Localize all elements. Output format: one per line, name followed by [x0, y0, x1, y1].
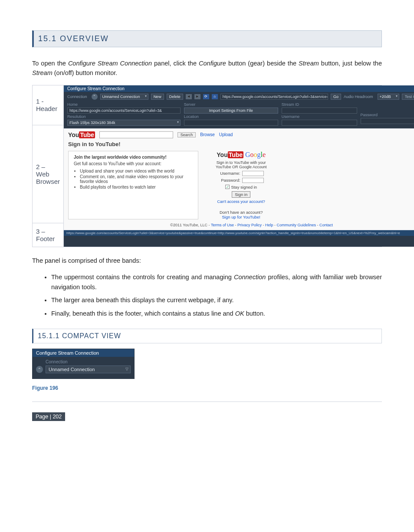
section-heading: 15.1 OVERVIEW	[32, 30, 382, 47]
nav-forward-icon[interactable]: ►	[194, 94, 200, 99]
after-panel-paragraph: The panel is comprised of three bands:	[32, 256, 382, 265]
g-letter: o	[250, 151, 254, 158]
checkbox-icon[interactable]: ✓	[225, 185, 230, 189]
expand-toggle-icon[interactable]: ⌃	[36, 366, 43, 373]
text: button.	[244, 310, 265, 317]
text: ©2011 YouTube, LLC -	[170, 223, 211, 227]
location-label: Location	[184, 114, 278, 119]
signin-body: Join the largest worldwide video communi…	[68, 151, 414, 219]
collapse-toggle-icon[interactable]: ⌃	[92, 94, 98, 100]
status-line: https://www.google.com/accounts/ServiceL…	[64, 230, 414, 236]
cant-access-link[interactable]: Can't access your account?	[217, 199, 265, 204]
text: Sign in to YouTube with your	[217, 160, 266, 165]
nav-home-icon[interactable]: ⌂	[212, 94, 218, 99]
panel-figure: 1 - Header 2 – Web Browser 3 – Footer Co…	[32, 85, 382, 247]
youtube-logo: YouTube	[217, 151, 243, 158]
username-label: Username	[282, 114, 357, 119]
browse-link[interactable]: Browse	[200, 132, 214, 137]
connection-dropdown[interactable]: Unnamed Connection	[100, 94, 148, 100]
text: The uppermost contains the controls for …	[51, 274, 234, 281]
youtube-footer-links: ©2011 YouTube, LLC - Terms of Use - Priv…	[68, 223, 414, 227]
text-italic: Stream	[299, 60, 319, 67]
community-link[interactable]: Community Guidelines	[277, 223, 316, 227]
g-letter: g	[257, 151, 261, 158]
header-row-bottom: Home https://www.google.com/accounts/Ser…	[64, 101, 414, 128]
text-italic: Configure Stream Connection	[68, 60, 152, 67]
g-letter: o	[254, 151, 257, 158]
upload-link[interactable]: Upload	[219, 132, 233, 137]
bullet-item: The larger area beneath this displays th…	[51, 295, 382, 305]
compact-body: Connection ⌃ Unnamed Connection	[33, 357, 134, 379]
text: button, just below the	[319, 60, 382, 67]
logo-tube: Tube	[228, 151, 243, 158]
new-button[interactable]: New	[151, 94, 164, 100]
server-label: Server	[184, 102, 278, 107]
search-button[interactable]: Search	[177, 132, 196, 137]
password-field[interactable]	[361, 118, 414, 124]
no-account-block: Don't have an account? Sign up for YouTu…	[220, 210, 263, 219]
password-label: Password:	[219, 178, 240, 183]
password-label: Password	[361, 113, 414, 117]
spacer	[361, 108, 414, 112]
stream-id-field[interactable]	[282, 108, 357, 114]
bands-bullets: The uppermost contains the controls for …	[51, 272, 382, 318]
promo-heading: Join the largest worldwide video communi…	[74, 155, 193, 160]
password-input[interactable]	[242, 178, 264, 183]
test-connection-button[interactable]: Test Connection	[402, 94, 414, 100]
username-field[interactable]	[282, 120, 357, 126]
compact-view-figure: Configure Stream Connection Connection ⌃…	[32, 349, 135, 379]
privacy-link[interactable]: Privacy Policy	[237, 223, 262, 227]
nav-back-icon[interactable]: ◄	[186, 94, 192, 99]
go-button[interactable]: Go	[331, 94, 341, 100]
text: YouTube OR Google Account	[216, 165, 266, 169]
username-input[interactable]	[242, 171, 264, 176]
text-italic: Stream	[32, 69, 53, 76]
stay-signed-row[interactable]: ✓ Stay signed in	[225, 185, 257, 189]
spacer	[361, 102, 414, 107]
promo-bullet: Build playlists of favorites to watch la…	[80, 185, 193, 189]
text: Finally, beneath this is the footer, whi…	[51, 310, 235, 317]
resolution-dropdown[interactable]: Flash 15fps 320x180 384k	[67, 120, 181, 126]
text: Don't have an account?	[220, 210, 263, 215]
contact-link[interactable]: Contact	[319, 223, 333, 227]
audio-headroom-dropdown[interactable]: +20dB	[378, 94, 399, 100]
connection-label: Connection	[67, 95, 87, 99]
signin-button[interactable]: Sign in	[232, 191, 250, 198]
location-field[interactable]	[184, 120, 278, 126]
label-web-browser: 2 – Web Browser	[33, 125, 63, 223]
help-link[interactable]: Help	[265, 223, 273, 227]
text: To open the	[32, 60, 68, 67]
google-logo: Google	[245, 151, 266, 158]
home-field[interactable]: https://www.google.com/accounts/ServiceL…	[67, 108, 181, 114]
logo-you: You	[217, 151, 227, 158]
text: (on/off) button monitor.	[53, 69, 118, 76]
web-browser-band: YouTube Search Browse Upload Sign in to …	[64, 129, 414, 230]
search-input[interactable]	[99, 131, 173, 138]
resolution-label: Resolution	[67, 114, 181, 119]
url-bar[interactable]: https://www.google.com/accounts/ServiceL…	[220, 94, 328, 100]
separator	[32, 401, 382, 402]
signin-heading: Sign in to YouTube!	[68, 141, 414, 147]
signup-link[interactable]: Sign up for YouTube!	[222, 215, 260, 219]
panel-title: Configure Stream Connection	[64, 85, 414, 92]
brand-row: YouTube Google	[217, 151, 266, 159]
g-letter: G	[245, 151, 250, 158]
figure-right-content: Configure Stream Connection Connection ⌃…	[64, 85, 414, 247]
compact-title: Configure Stream Connection	[33, 349, 134, 357]
figure-left-labels: 1 - Header 2 – Web Browser 3 – Footer	[33, 85, 64, 247]
signin-form: YouTube Google Sign in to YouTube with y…	[216, 151, 266, 219]
terms-link[interactable]: Terms of Use	[211, 223, 234, 227]
password-row: Password:	[219, 178, 264, 183]
promo-bullet: Comment on, rate, and make video respons…	[80, 174, 193, 184]
compact-connection-dropdown[interactable]: Unnamed Connection	[46, 366, 131, 373]
signin-promo-box: Join the largest worldwide video communi…	[68, 151, 198, 219]
promo-subtext: Get full access to YouTube with your acc…	[74, 161, 161, 166]
header-band: Configure Stream Connection Connection ⌃…	[64, 85, 414, 129]
import-settings-button[interactable]: Import Settings From File	[184, 108, 278, 114]
compact-row: ⌃ Unnamed Connection	[36, 366, 131, 373]
text-italic: Configure	[199, 60, 226, 67]
nav-reload-icon[interactable]: ⟳	[203, 94, 209, 99]
stay-signed-label: Stay signed in	[231, 185, 257, 189]
delete-button[interactable]: Delete	[167, 94, 183, 100]
subsection-heading: 15.1.1 COMPACT VIEW	[32, 329, 382, 343]
